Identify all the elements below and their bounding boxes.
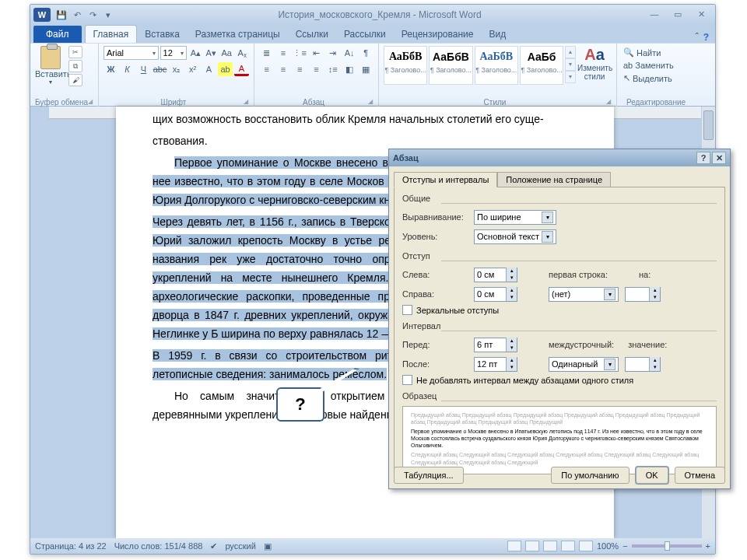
tab-home[interactable]: Главная [85,25,138,43]
strike-button[interactable]: abc [153,62,167,76]
cancel-button[interactable]: Отмена [675,467,725,484]
style-heading1[interactable]: АаБбВ¶ Заголово... [384,46,427,85]
paragraph-dialog: Абзац ? ✕ Отступы и интервалы Положение … [388,149,731,489]
italic-button[interactable]: К [120,62,135,76]
zoom-in-icon[interactable]: + [706,541,710,551]
line-spacing-select[interactable]: Одинарный▾ [549,357,619,372]
tabs-button[interactable]: Табуляция... [394,467,464,484]
font-size-combo[interactable]: 12▾ [160,46,188,60]
zoom-out-icon[interactable]: − [622,541,627,551]
no-space-same-style-checkbox[interactable]: Не добавлять интервал между абзацами одн… [402,375,717,385]
zoom-slider[interactable] [632,544,702,548]
tab-references[interactable]: Ссылки [288,26,336,43]
increase-indent-icon[interactable]: ⇥ [325,46,340,60]
alignment-select[interactable]: По ширине▾ [474,210,556,225]
borders-icon[interactable]: ▦ [359,62,374,76]
mirror-indents-checkbox[interactable]: Зеркальные отступы [402,305,717,315]
decrease-indent-icon[interactable]: ⇤ [309,46,324,60]
text-effects-icon[interactable]: A [202,62,216,76]
undo-icon[interactable]: ↶ [71,9,83,21]
tab-mailings[interactable]: Рассылки [336,26,394,43]
space-before-spinner[interactable]: 6 пт▴▾ [474,338,517,352]
change-case-icon[interactable]: Aa [219,46,233,60]
word-count[interactable]: Число слов: 151/4 888 [114,541,203,551]
bullets-icon[interactable]: ≣ [259,46,274,60]
multilevel-icon[interactable]: ⋮≡ [293,46,307,60]
help-icon[interactable]: ? [703,32,709,43]
bold-button[interactable]: Ж [103,62,118,76]
replace-button[interactable]: abЗаменить [622,59,690,72]
special-by-spinner[interactable]: ▴▾ [625,287,661,302]
align-left-icon[interactable]: ≡ [259,62,274,76]
align-right-icon[interactable]: ≡ [293,62,307,76]
save-icon[interactable]: 💾 [55,9,68,21]
file-tab[interactable]: Файл [33,26,82,43]
font-name-combo[interactable]: Arial▾ [103,46,159,60]
close-button[interactable]: ✕ [692,9,710,20]
justify-icon[interactable]: ≡ [309,62,324,76]
proofing-icon[interactable]: ✔ [210,541,217,551]
dialog-title-bar[interactable]: Абзац ? ✕ [389,149,730,166]
tab-insert[interactable]: Вставка [137,26,188,43]
styles-down-icon[interactable]: ▾ [565,58,576,71]
paste-button[interactable]: Вставить ▾ [35,46,66,86]
line-spacing-icon[interactable]: ↕≡ [325,62,340,76]
set-default-button[interactable]: По умолчанию [551,467,629,484]
shading-icon[interactable]: ◧ [342,62,356,76]
web-view-icon[interactable] [543,541,557,551]
ok-button[interactable]: OK [636,467,668,484]
change-styles-button[interactable]: Aa Изменить стили [577,46,612,81]
font-color-icon[interactable]: A [234,62,249,76]
superscript-button[interactable]: x² [185,62,200,76]
shrink-font-icon[interactable]: A▾ [204,46,218,60]
grow-font-icon[interactable]: A▴ [188,46,202,60]
cut-icon[interactable]: ✂ [68,46,82,58]
ribbon-minimize-icon[interactable]: ˆ [696,32,699,43]
clear-format-icon[interactable]: Aᵪ [235,46,249,60]
tab-line-page-breaks[interactable]: Положение на странице [497,172,611,187]
special-indent-select[interactable]: (нет)▾ [549,287,619,302]
line-at-spinner[interactable]: ▴▾ [625,357,661,372]
styles-up-icon[interactable]: ▴ [565,46,576,58]
tab-review[interactable]: Рецензирование [394,26,482,43]
numbering-icon[interactable]: ≡ [275,46,290,60]
tab-view[interactable]: Вид [481,26,514,43]
dialog-close-button[interactable]: ✕ [712,152,726,164]
copy-icon[interactable]: ⧉ [68,60,82,72]
tab-indents-spacing[interactable]: Отступы и интервалы [394,172,497,187]
space-after-spinner[interactable]: 12 пт▴▾ [474,357,517,372]
language-indicator[interactable]: русский [225,541,255,551]
sort-icon[interactable]: A↓ [342,46,356,60]
print-layout-view-icon[interactable] [507,541,521,551]
style-heading2[interactable]: АаБбВ¶ Заголово... [429,46,472,85]
format-painter-icon[interactable]: 🖌 [68,74,82,86]
find-icon: 🔍 [623,47,634,58]
maximize-button[interactable]: ▭ [668,9,687,20]
qat-more-icon[interactable]: ▾ [102,9,114,21]
indent-left-spinner[interactable]: 0 см▴▾ [474,268,517,282]
indent-right-spinner[interactable]: 0 см▴▾ [474,287,517,302]
page-indicator[interactable]: Страница: 4 из 22 [35,541,107,551]
macro-icon[interactable]: ▣ [264,541,272,551]
select-icon: ↖ [623,73,630,83]
outline-view-icon[interactable] [561,541,575,551]
styles-more-icon[interactable]: ▾ [565,71,576,83]
select-button[interactable]: ↖Выделить [622,72,690,85]
highlight-icon[interactable]: ab [218,62,233,76]
subscript-button[interactable]: x₂ [169,62,184,76]
draft-view-icon[interactable] [579,541,593,551]
redo-icon[interactable]: ↷ [86,9,99,21]
minimize-button[interactable]: — [645,9,664,20]
outline-level-select[interactable]: Основной текст▾ [474,229,556,244]
dialog-help-button[interactable]: ? [696,152,710,164]
find-button[interactable]: 🔍Найти [622,46,690,59]
style-heading3[interactable]: АаБбВ¶ Заголово... [475,46,518,85]
fullscreen-view-icon[interactable] [525,541,539,551]
zoom-level[interactable]: 100% [597,541,619,551]
style-heading4[interactable]: АаБб¶ Заголово... [520,46,563,85]
underline-button[interactable]: Ч [136,62,151,76]
window-title: История_московского_Кремля - Microsoft W… [114,9,645,20]
tab-layout[interactable]: Разметка страницы [188,26,288,43]
show-marks-icon[interactable]: ¶ [359,46,374,60]
align-center-icon[interactable]: ≡ [275,62,290,76]
